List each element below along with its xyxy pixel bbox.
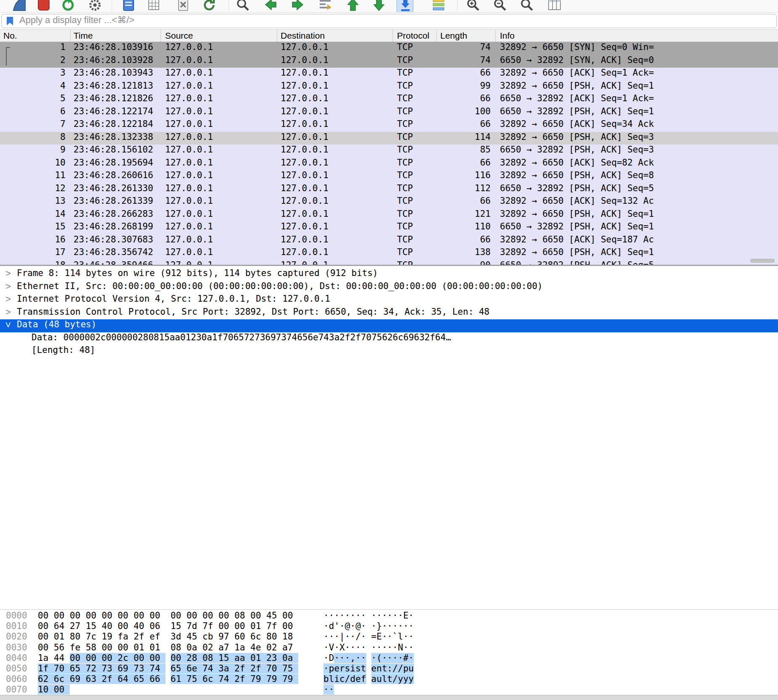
hex-byte[interactable]: 27 (70, 621, 86, 631)
hex-byte[interactable]: 40 (134, 621, 150, 631)
hex-byte[interactable]: 74 (202, 663, 218, 674)
hex-byte[interactable]: 45 (187, 632, 202, 642)
filter-bookmark-icon[interactable] (7, 17, 13, 25)
hex-byte[interactable]: 00 (218, 611, 234, 621)
hex-byte[interactable]: 64 (118, 674, 134, 684)
hex-byte[interactable]: 79 (250, 674, 266, 684)
hex-byte[interactable]: 3a (218, 663, 234, 674)
hex-byte[interactable]: aa (234, 653, 250, 663)
hex-byte[interactable]: 00 (38, 621, 54, 631)
collapse-chevron-icon[interactable]: > (3, 322, 13, 328)
save-file-icon[interactable] (145, 0, 162, 13)
find-packet-icon[interactable] (234, 0, 251, 13)
hex-byte[interactable]: 7f (202, 621, 218, 631)
hex-byte[interactable]: 02 (266, 642, 282, 653)
hex-byte[interactable]: 15 (86, 621, 102, 631)
hex-byte[interactable]: 00 (250, 611, 266, 621)
hex-byte[interactable]: 00 (54, 611, 70, 621)
hex-byte[interactable]: 74 (150, 663, 166, 674)
packet-row[interactable]: 1823:46:28.359466127.0.0.1127.0.0.1TCP90… (0, 260, 778, 265)
hex-byte[interactable]: 74 (218, 674, 234, 684)
hex-byte[interactable]: 01 (134, 642, 150, 653)
hex-byte[interactable]: 80 (70, 632, 86, 642)
packet-row[interactable]: 1423:46:28.266283127.0.0.1127.0.0.1TCP12… (0, 209, 778, 222)
hex-byte[interactable]: 45 (266, 611, 282, 621)
go-forward-icon[interactable] (289, 0, 306, 13)
column-header-time[interactable]: Time (71, 30, 161, 42)
hex-ascii[interactable]: ·persistent://pu (323, 663, 414, 674)
hex-byte[interactable]: 00 (118, 642, 134, 653)
go-back-icon[interactable] (262, 0, 279, 13)
packet-row[interactable]: 1723:46:28.356742127.0.0.1127.0.0.1TCP13… (0, 247, 778, 260)
hex-byte[interactable]: 00 (38, 642, 54, 653)
hex-byte[interactable]: 6e (187, 663, 202, 674)
auto-scroll-icon[interactable] (397, 0, 413, 13)
column-header-protocol[interactable]: Protocol (393, 30, 437, 42)
hex-byte[interactable]: 00 (171, 611, 187, 621)
hex-byte[interactable]: 2f (102, 674, 118, 684)
hex-byte[interactable]: 97 (218, 632, 234, 642)
hex-byte[interactable]: 08 (202, 653, 218, 663)
hex-byte[interactable]: 00 (118, 621, 134, 631)
hex-byte[interactable]: 40 (102, 621, 118, 631)
expand-chevron-icon[interactable]: > (5, 307, 11, 318)
packet-row[interactable]: 223:46:28.103928127.0.0.1127.0.0.1TCP746… (0, 55, 778, 68)
hex-byte[interactable]: 4e (250, 642, 266, 653)
hex-byte[interactable]: 7c (86, 632, 102, 642)
zoom-reset-icon[interactable] (518, 0, 535, 13)
detail-row[interactable]: >Ethernet II, Src: 00:00:00_00:00:00 (00… (0, 281, 778, 294)
hex-byte[interactable]: 08 (234, 611, 250, 621)
hex-byte[interactable]: 00 (102, 611, 118, 621)
hex-byte[interactable]: 79 (282, 674, 298, 684)
hex-byte[interactable]: 00 (102, 653, 118, 663)
hex-byte[interactable]: 62 (38, 674, 54, 684)
open-file-icon[interactable] (120, 0, 137, 13)
hex-ascii[interactable]: ·d'·@·@··}······ (323, 621, 414, 631)
hex-byte[interactable]: 10 (38, 684, 54, 695)
packet-row[interactable]: 1323:46:28.261339127.0.0.1127.0.0.1TCP66… (0, 196, 778, 209)
colorize-packets-icon[interactable] (430, 0, 447, 13)
hex-ascii[interactable]: ···|··/·=E··`l·· (323, 632, 414, 642)
hex-byte[interactable]: 6c (250, 632, 266, 642)
column-header-no[interactable]: No. (0, 30, 71, 42)
packet-row[interactable]: 1023:46:28.195694127.0.0.1127.0.0.1TCP66… (0, 158, 778, 171)
go-first-packet-icon[interactable] (344, 0, 361, 13)
hex-byte[interactable]: 66 (150, 674, 166, 684)
hex-byte[interactable]: fa (118, 632, 134, 642)
hex-byte[interactable]: fe (70, 642, 86, 653)
hex-byte[interactable]: 1a (38, 653, 54, 663)
column-header-source[interactable]: Source (161, 30, 277, 42)
go-last-packet-icon[interactable] (371, 0, 387, 13)
hex-byte[interactable]: 00 (54, 684, 70, 695)
expand-chevron-icon[interactable]: > (5, 294, 11, 305)
packet-row[interactable]: 923:46:28.156102127.0.0.1127.0.0.1TCP856… (0, 145, 778, 158)
hex-byte[interactable]: 18 (282, 632, 298, 642)
packet-row[interactable]: 1223:46:28.261330127.0.0.1127.0.0.1TCP11… (0, 183, 778, 196)
hex-byte[interactable]: 15 (218, 653, 234, 663)
hex-byte[interactable]: 23 (266, 653, 282, 663)
hex-byte[interactable]: 00 (187, 611, 202, 621)
hex-byte[interactable]: a7 (218, 642, 234, 653)
hex-byte[interactable]: 7f (266, 621, 282, 631)
hex-byte[interactable]: 2f (250, 663, 266, 674)
detail-row[interactable]: >Transmission Control Protocol, Src Port… (0, 307, 778, 320)
hex-byte[interactable]: 00 (282, 621, 298, 631)
hex-byte[interactable]: 00 (86, 653, 102, 663)
expand-chevron-icon[interactable]: > (5, 268, 11, 279)
hex-byte[interactable]: 01 (250, 653, 266, 663)
hex-byte[interactable]: 73 (134, 663, 150, 674)
hex-byte[interactable]: 60 (234, 632, 250, 642)
horizontal-scrollbar-thumb[interactable] (750, 259, 775, 263)
resize-columns-icon[interactable] (546, 0, 563, 13)
hex-byte[interactable]: 73 (102, 663, 118, 674)
hex-byte[interactable]: 2f (234, 674, 250, 684)
hex-ascii[interactable]: ·D···,···(····#· (323, 653, 414, 663)
capture-options-icon[interactable] (87, 0, 103, 13)
hex-byte[interactable]: 1a (234, 642, 250, 653)
packet-row[interactable]: 323:46:28.103943127.0.0.1127.0.0.1TCP663… (0, 68, 778, 81)
hex-byte[interactable]: 00 (38, 632, 54, 642)
packet-row[interactable]: 823:46:28.132338127.0.0.1127.0.0.1TCP114… (0, 132, 778, 145)
hex-byte[interactable]: 00 (134, 653, 150, 663)
packet-row[interactable]: 523:46:28.121826127.0.0.1127.0.0.1TCP666… (0, 93, 778, 106)
hex-byte[interactable]: 06 (150, 621, 166, 631)
